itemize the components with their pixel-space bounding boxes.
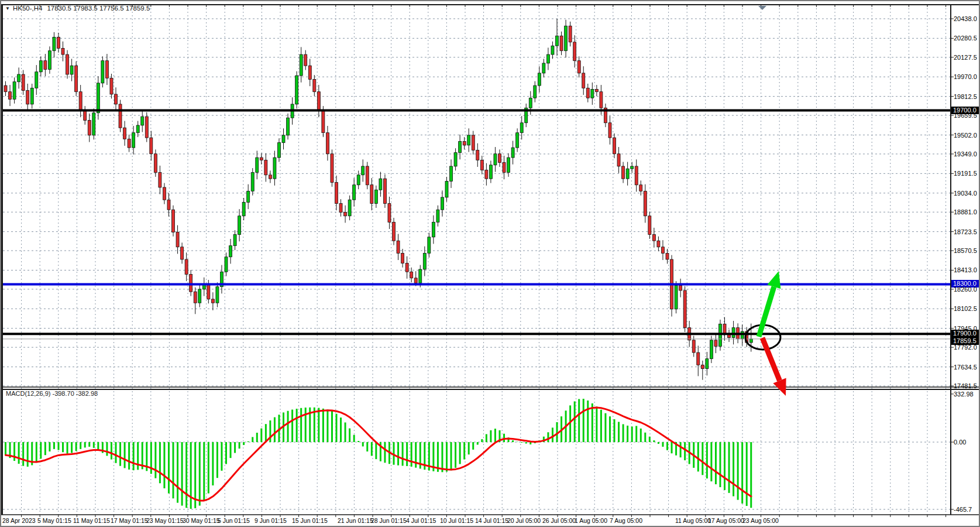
macd-axis-label: 332.98 xyxy=(954,391,974,398)
date-axis-label: 17 May 01:15 xyxy=(111,517,148,524)
date-axis-label: 23 May 01:15 xyxy=(146,517,184,524)
chart-canvas[interactable] xyxy=(1,1,980,527)
symbol-ohlc-label: ▼HK50-,H417830.5 17983.5 17756.5 17859.5 xyxy=(5,5,150,12)
date-axis-label: 28 Apr 2023 xyxy=(2,517,36,524)
date-axis-label: 4 Jul 01:15 xyxy=(406,517,436,524)
bullish-scenario-arrow-head xyxy=(767,271,780,289)
ohlc-readout: 17830.5 17983.5 17756.5 17859.5 xyxy=(47,5,150,12)
chart-window: ▼HK50-,H417830.5 17983.5 17756.5 17859.5… xyxy=(0,0,980,527)
date-axis-label: 23 Aug 05:00 xyxy=(742,517,779,524)
chart-shift-marker-icon[interactable] xyxy=(758,6,766,10)
date-axis-label: 14 Jul 01:15 xyxy=(475,517,508,524)
date-axis-label: 21 Jun 01:15 xyxy=(338,517,373,524)
date-axis-label: 1 Aug 05:00 xyxy=(575,517,607,524)
date-axis-label: 7 Aug 05:00 xyxy=(610,517,642,524)
date-axis-label: 30 May 01:15 xyxy=(183,517,220,524)
date-axis-label: 28 Jun 01:15 xyxy=(371,517,407,524)
macd-axis-label: -465.7 xyxy=(954,506,972,513)
date-axis-label: 5 Jun 01:15 xyxy=(218,517,250,524)
date-axis-label: 17 Aug 05:00 xyxy=(708,517,744,524)
date-axis-label: 26 Jul 05:00 xyxy=(542,517,576,524)
date-axis-label: 20 Jul 05:00 xyxy=(507,517,541,524)
symbol-name: HK50-,H4 xyxy=(13,5,43,12)
date-axis-label: 11 Aug 05:00 xyxy=(675,517,711,524)
macd-axis-label: 0.00 xyxy=(954,439,966,446)
date-axis-label: 11 May 01:15 xyxy=(73,517,110,524)
symbol-dropdown-icon[interactable]: ▼ xyxy=(5,6,10,11)
date-axis-label: 10 Jul 01:15 xyxy=(440,517,473,524)
date-axis-label: 9 Jun 01:15 xyxy=(255,517,287,524)
date-axis-label: 5 May 01:15 xyxy=(37,517,71,524)
macd-axis: 332.980.00-465.7 xyxy=(954,1,980,527)
date-axis-label: 15 Jun 01:15 xyxy=(292,517,328,524)
macd-indicator-label: MACD(12,26,9) -398.70 -382.98 xyxy=(6,390,98,397)
bullish-scenario-arrow[interactable] xyxy=(759,287,774,337)
date-axis[interactable]: 28 Apr 20235 May 01:1511 May 01:1517 May… xyxy=(1,517,980,526)
